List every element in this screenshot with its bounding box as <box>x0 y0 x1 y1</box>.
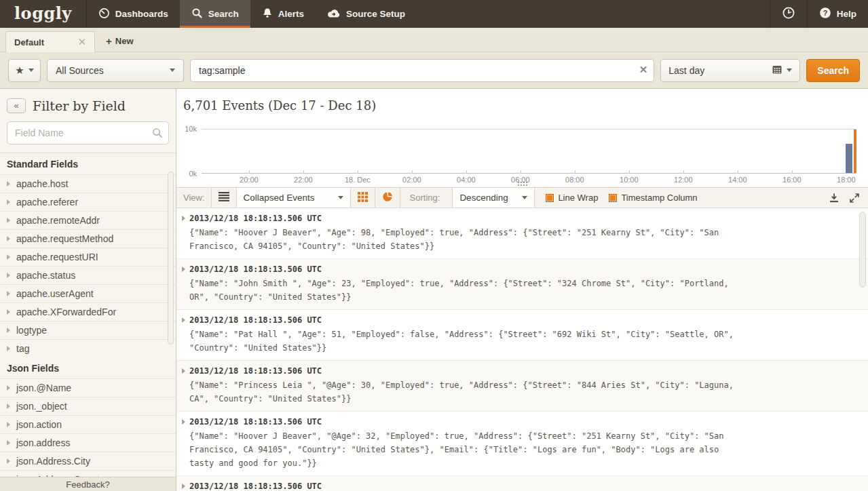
view-label: View: <box>183 193 205 203</box>
histogram-bar[interactable] <box>846 144 852 173</box>
loggly-logo[interactable]: loggly <box>0 0 87 28</box>
event-histogram[interactable]: 10k 0k 20:0022:0018. Dec02:0004:0006:000… <box>183 129 856 174</box>
event-header[interactable]: 2013/12/18 18:18:13.506 UTC <box>182 212 860 224</box>
tab-default[interactable]: Default ✕ <box>5 31 95 52</box>
log-event-row[interactable]: 2013/12/18 18:18:13.506 UTC{"Name": "Hoo… <box>176 412 868 476</box>
chevron-right-icon <box>7 273 10 278</box>
list-view-button[interactable] <box>211 188 237 208</box>
new-tab-button[interactable]: + New <box>95 31 145 52</box>
toolbar-actions <box>829 188 868 208</box>
chevron-down-icon <box>29 68 34 72</box>
chevron-right-icon <box>7 218 10 223</box>
field-label: json.address <box>16 437 70 448</box>
grid-view-button[interactable] <box>351 188 375 208</box>
sidebar-field-apache.userAgent[interactable]: apache.userAgent <box>0 284 176 302</box>
sorting-dropdown[interactable]: Descending <box>452 188 535 208</box>
current-time-marker <box>854 130 856 173</box>
nav-label: Source Setup <box>346 9 405 19</box>
x-axis-label: 20:00 <box>240 176 259 184</box>
event-timestamp: 2013/12/18 18:18:13.506 UTC <box>189 214 322 223</box>
nav-alerts[interactable]: Alerts <box>250 0 316 28</box>
chevron-down-icon <box>522 196 527 199</box>
sidebar-field-json._object[interactable]: json._object <box>0 397 176 415</box>
x-axis-tick <box>683 170 684 173</box>
x-axis-label: 06:00 <box>511 176 530 184</box>
sidebar-scrollbar[interactable] <box>168 172 174 345</box>
sidebar-field-apache.XForwardedFor[interactable]: apache.XForwardedFor <box>0 302 176 321</box>
field-label: apache.XForwardedFor <box>16 307 116 317</box>
chevron-down-icon <box>338 196 343 199</box>
nav-clock-button[interactable] <box>770 0 807 28</box>
log-event-row[interactable]: 2013/12/18 18:18:13.506 UTC{"Name": "Hoo… <box>176 208 868 259</box>
search-button[interactable]: Search <box>806 59 860 82</box>
filter-sidebar: « Filter by Field Standard Fieldsapache.… <box>0 89 176 491</box>
expand-icon[interactable] <box>850 193 859 203</box>
log-event-row[interactable]: 2013/12/18 18:18:13.506 UTC{"Name": "Joh… <box>176 259 868 310</box>
collapse-sidebar-button[interactable]: « <box>7 98 26 113</box>
histogram-plot[interactable]: 10k 0k 20:0022:0018. Dec02:0004:0006:000… <box>202 129 856 174</box>
event-header[interactable]: 2013/12/18 18:18:13.506 UTC <box>182 365 860 377</box>
field-label: apache.host <box>16 178 68 189</box>
sidebar-field-apache.referer[interactable]: apache.referer <box>0 193 176 211</box>
event-header[interactable]: 2013/12/18 18:18:13.506 UTC <box>182 480 860 491</box>
chevron-right-icon <box>182 267 185 272</box>
field-name-input[interactable] <box>7 121 169 144</box>
calendar-icon <box>772 65 782 76</box>
sidebar-field-apache.host[interactable]: apache.host <box>0 174 176 193</box>
nav-source-setup[interactable]: Source Setup <box>316 0 417 28</box>
chevron-right-icon <box>7 404 10 409</box>
line-wrap-checkbox[interactable]: Line Wrap <box>546 188 598 208</box>
x-axis-tick <box>249 170 250 173</box>
field-label: apache.userAgent <box>16 288 94 299</box>
sidebar-field-json.Address.Country[interactable]: json.Address.Country <box>0 470 176 477</box>
svg-text:?: ? <box>823 9 827 17</box>
feedback-button[interactable]: Feedback? <box>0 477 176 491</box>
sidebar-header: « Filter by Field <box>0 89 176 120</box>
loggly-app: loggly Dashboards Search Alerts Source S… <box>0 0 868 491</box>
event-header[interactable]: 2013/12/18 18:18:13.506 UTC <box>182 314 860 326</box>
log-event-row[interactable]: 2013/12/18 18:18:13.506 UTC{"Name": "Pat… <box>176 310 868 361</box>
chart-view-button[interactable] <box>375 188 400 208</box>
chevron-right-icon <box>7 309 10 315</box>
nav-search[interactable]: Search <box>180 0 250 28</box>
x-axis-label: 10:00 <box>620 176 639 184</box>
download-icon[interactable] <box>829 193 839 203</box>
chevron-right-icon <box>7 254 10 260</box>
event-header[interactable]: 2013/12/18 18:18:13.506 UTC <box>182 263 860 275</box>
log-event-row[interactable]: 2013/12/18 18:18:13.506 UTC{"Name": "Pri… <box>176 361 868 412</box>
sidebar-field-apache.requestMethod[interactable]: apache.requestMethod <box>0 229 176 248</box>
sidebar-field-apache.remoteAddr[interactable]: apache.remoteAddr <box>0 211 176 229</box>
x-axis-tick <box>738 170 738 173</box>
saved-searches-button[interactable]: ★ <box>8 59 41 82</box>
sidebar-field-logtype[interactable]: logtype <box>0 321 176 339</box>
search-icon <box>191 7 203 21</box>
sorting-value: Descending <box>459 193 508 203</box>
event-timestamp: 2013/12/18 18:18:13.506 UTC <box>189 417 322 427</box>
x-axis-label: 02:00 <box>402 176 421 184</box>
log-event-row[interactable]: 2013/12/18 18:18:13.506 UTC <box>176 476 868 491</box>
clear-search-icon[interactable]: ✕ <box>639 64 648 76</box>
sidebar-field-json.action[interactable]: json.action <box>0 415 176 433</box>
sidebar-field-json.Address.City[interactable]: json.Address.City <box>0 452 176 470</box>
events-scrollbar[interactable] <box>859 212 866 288</box>
timestamp-column-checkbox[interactable]: Timestamp Column <box>609 188 697 208</box>
sidebar-field-json.address[interactable]: json.address <box>0 433 176 452</box>
search-query-input[interactable] <box>190 59 654 82</box>
view-mode-dropdown[interactable]: Collapsed Events <box>237 188 351 208</box>
time-range-dropdown[interactable]: Last day <box>660 59 800 82</box>
sidebar-field-tag[interactable]: tag <box>0 339 176 357</box>
event-header[interactable]: 2013/12/18 18:18:13.506 UTC <box>182 416 860 428</box>
sidebar-field-json.@Name[interactable]: json.@Name <box>0 378 176 397</box>
sidebar-field-apache.requestURI[interactable]: apache.requestURI <box>0 248 176 266</box>
sidebar-field-apache.status[interactable]: apache.status <box>0 266 176 284</box>
field-label: json.@Name <box>16 382 71 393</box>
event-timestamp: 2013/12/18 18:18:13.506 UTC <box>189 264 322 274</box>
sources-dropdown[interactable]: All Sources <box>47 59 184 82</box>
nav-help[interactable]: ? Help <box>807 0 868 28</box>
nav-dashboards[interactable]: Dashboards <box>87 0 180 28</box>
chevron-right-icon <box>7 291 10 296</box>
nav-label: Search <box>208 9 239 19</box>
close-icon[interactable]: ✕ <box>77 36 86 48</box>
chevron-right-icon <box>7 422 10 427</box>
x-axis-tick <box>412 170 413 173</box>
